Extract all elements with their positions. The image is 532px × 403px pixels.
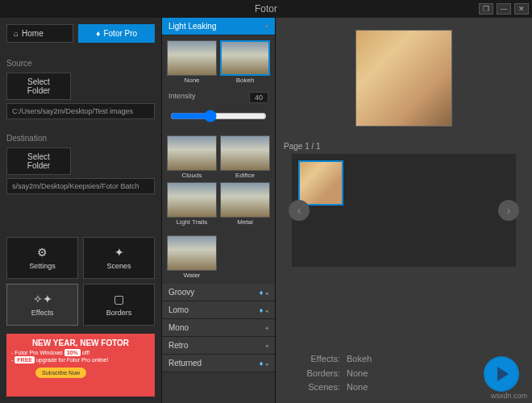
play-icon <box>497 367 509 381</box>
chevron-left-icon: ‹ <box>297 204 301 217</box>
effects-label: Effects <box>31 309 53 317</box>
borders-icon: ▢ <box>114 293 124 305</box>
effect-thumb-none[interactable]: None <box>167 40 217 84</box>
source-path-field[interactable]: C:/Users/say2m/Desktop/Test images <box>6 103 155 119</box>
effects-mode-button[interactable]: ✧✦ Effects <box>6 284 78 326</box>
fotor-pro-button[interactable]: ♦ Fotor Pro <box>78 24 155 43</box>
thumb-image <box>220 135 270 171</box>
expand-icon: ◂ <box>265 343 268 349</box>
thumb-label: Edifice <box>220 172 270 179</box>
source-select-folder-button[interactable]: Select Folder <box>6 73 71 100</box>
destination-select-folder-button[interactable]: Select Folder <box>6 147 71 175</box>
effects-icon: ✧✦ <box>33 293 52 305</box>
close-button[interactable]: ✕ <box>514 3 529 15</box>
diamond-icon: ♦ <box>260 289 264 297</box>
category-lomo[interactable]: Lomo♦ ◂ <box>162 301 275 319</box>
restore-button[interactable]: ❐ <box>479 3 493 15</box>
category-light-leaking[interactable]: Light Leaking ▾ <box>162 18 275 35</box>
home-label: Home <box>22 29 44 38</box>
thumb-label: Light Trails <box>167 218 217 226</box>
promo-title: NEW YEAR, NEW FOTOR <box>11 339 150 347</box>
subscribe-button[interactable]: Subscribe Now <box>35 368 86 378</box>
settings-label: Settings <box>29 262 56 270</box>
info-scenes-key: Scenes: <box>289 380 340 395</box>
preview-image[interactable] <box>355 30 452 127</box>
thumb-image <box>167 235 217 271</box>
left-panel: ⌂ Home ♦ Fotor Pro Source Select Folder … <box>0 18 161 403</box>
chevron-right-icon: › <box>507 204 511 217</box>
destination-label: Destination <box>6 134 155 143</box>
window-title: Fotor <box>255 3 277 15</box>
category-retro[interactable]: Retro◂ <box>162 337 275 355</box>
effects-panel: Light Leaking ▾ None Bokeh Intensity 40 … <box>161 18 276 403</box>
category-mono[interactable]: Mono◂ <box>162 319 275 337</box>
thumb-label: Bokeh <box>220 77 270 84</box>
titlebar: Fotor ❐ — ✕ <box>0 0 532 18</box>
applied-info: Effects:Bokeh Borders:None Scenes:None <box>289 352 372 395</box>
intensity-slider[interactable] <box>170 110 267 123</box>
promo-line-1: - Fotor Pro Windows 30% off! <box>11 350 150 355</box>
collapse-icon: ▾ <box>265 23 268 30</box>
preview-area <box>276 18 532 139</box>
intensity-row: Intensity 40 <box>162 89 275 106</box>
effect-thumbs-mid: Clouds Edifice Light Trails Metal <box>162 131 275 231</box>
effect-thumb-bokeh[interactable]: Bokeh <box>220 40 270 84</box>
intensity-value[interactable]: 40 <box>249 92 268 103</box>
main-panel: Page 1 / 1 ‹ › Effects:Bokeh Borders:Non… <box>276 18 532 403</box>
source-label: Source <box>6 59 155 68</box>
next-page-button[interactable]: › <box>498 200 519 221</box>
effect-thumb-light-trails[interactable]: Light Trails <box>167 182 217 226</box>
thumb-image <box>220 182 270 218</box>
page-indicator: Page 1 / 1 <box>276 139 532 154</box>
thumb-label: Water <box>167 272 217 279</box>
destination-path-field[interactable]: s/say2m/Desktop/Keepsies/Fotor Batch <box>6 178 155 194</box>
promo-line-2: - FREE upgrade for Fotor Pro online! <box>11 357 150 363</box>
effect-thumbs-top: None Bokeh <box>162 35 275 89</box>
effect-thumb-clouds[interactable]: Clouds <box>167 135 217 179</box>
diamond-icon: ♦ <box>260 306 264 314</box>
info-effects-key: Effects: <box>289 352 340 367</box>
category-groovy[interactable]: Groovy♦ ◂ <box>162 284 275 301</box>
pro-label: Fotor Pro <box>103 29 137 38</box>
run-button[interactable] <box>484 356 519 392</box>
effect-thumb-metal[interactable]: Metal <box>220 182 270 226</box>
scenes-label: Scenes <box>106 262 131 270</box>
thumb-image <box>167 135 217 171</box>
borders-mode-button[interactable]: ▢ Borders <box>83 284 155 326</box>
thumb-image <box>167 40 217 76</box>
settings-mode-button[interactable]: ⚙ Settings <box>6 237 78 279</box>
watermark: wsxdn.com <box>491 392 527 400</box>
intensity-label: Intensity <box>168 92 196 103</box>
info-borders-value: None <box>347 367 368 381</box>
thumb-label: None <box>167 77 217 84</box>
effect-thumb-edifice[interactable]: Edifice <box>220 135 270 179</box>
thumb-label: Clouds <box>167 172 217 179</box>
mode-grid: ⚙ Settings ✦ Scenes ✧✦ Effects ▢ Borders <box>6 237 155 326</box>
prev-page-button[interactable]: ‹ <box>289 200 310 221</box>
thumbnail-strip: ‹ › <box>292 154 516 267</box>
info-borders-key: Borders: <box>289 367 340 381</box>
window-controls: ❐ — ✕ <box>479 3 529 15</box>
effect-thumb-water[interactable]: Water <box>167 235 217 279</box>
strip-thumbnail[interactable] <box>298 160 343 206</box>
home-button[interactable]: ⌂ Home <box>6 24 73 43</box>
thumb-image <box>220 40 270 76</box>
category-returned[interactable]: Returned♦ ◂ <box>162 355 275 372</box>
expand-icon: ◂ <box>265 325 268 331</box>
diamond-icon: ♦ <box>96 29 100 38</box>
gear-icon: ⚙ <box>37 246 48 259</box>
expand-icon: ◂ <box>265 361 268 367</box>
info-scenes-value: None <box>347 380 368 395</box>
borders-label: Borders <box>106 309 132 317</box>
thumb-label: Metal <box>220 218 270 226</box>
sparkle-icon: ✦ <box>114 246 124 259</box>
promo-banner[interactable]: NEW YEAR, NEW FOTOR - Fotor Pro Windows … <box>6 334 155 397</box>
minimize-button[interactable]: — <box>497 3 511 15</box>
diamond-icon: ♦ <box>260 359 264 368</box>
category-label: Light Leaking <box>168 22 217 31</box>
scenes-mode-button[interactable]: ✦ Scenes <box>83 237 155 279</box>
expand-icon: ◂ <box>265 290 268 296</box>
info-effects-value: Bokeh <box>347 352 372 367</box>
expand-icon: ◂ <box>265 308 268 314</box>
thumb-image <box>167 182 217 218</box>
